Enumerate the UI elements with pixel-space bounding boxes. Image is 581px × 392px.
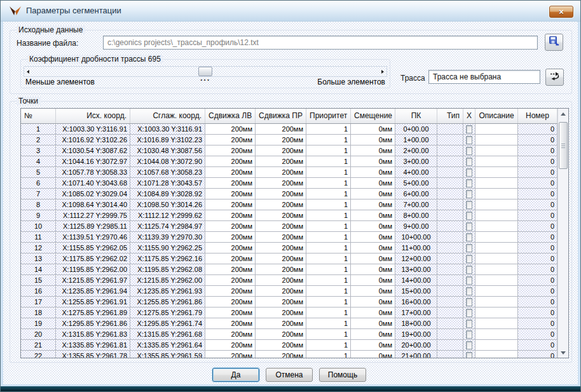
cell[interactable]: 200мм	[205, 286, 256, 296]
cell[interactable]: 0мм	[351, 221, 395, 231]
cell[interactable]: 1	[306, 124, 351, 134]
cell[interactable]: 1	[306, 340, 351, 350]
cell[interactable]: 200мм	[256, 308, 306, 318]
vertical-scrollbar[interactable]	[557, 109, 568, 358]
cell[interactable]	[463, 199, 475, 210]
cell[interactable]	[463, 124, 475, 134]
cell[interactable]	[475, 189, 518, 199]
filename-field[interactable]: c:\geonics projects\_трассы_профиль\12.t…	[103, 36, 538, 50]
cell[interactable]: 1	[306, 243, 351, 253]
x-checkbox[interactable]	[466, 266, 472, 274]
cell[interactable]: 1	[306, 178, 351, 188]
cell[interactable]: 200мм	[256, 232, 306, 242]
cell[interactable]: 200мм	[256, 145, 306, 156]
cell[interactable]: 200мм	[256, 297, 306, 307]
cell[interactable]: 0мм	[351, 156, 395, 166]
cell[interactable]: 200мм	[256, 135, 306, 145]
cell[interactable]	[463, 221, 475, 231]
cell[interactable]: 1	[306, 297, 351, 307]
cell[interactable]	[475, 135, 518, 145]
cell[interactable]: 1	[306, 199, 351, 210]
x-checkbox[interactable]	[466, 255, 472, 263]
slider-left-arrow-icon[interactable]	[24, 67, 32, 76]
cell[interactable]	[463, 232, 475, 242]
cell[interactable]	[475, 318, 518, 328]
cell[interactable]: 0мм	[351, 210, 395, 220]
cell[interactable]	[463, 286, 475, 296]
x-checkbox[interactable]	[466, 287, 472, 295]
cell[interactable]	[463, 351, 475, 358]
cell[interactable]: 200мм	[256, 156, 306, 166]
cell[interactable]: 0мм	[351, 286, 395, 296]
cell[interactable]: 0мм	[351, 243, 395, 253]
scroll-thumb[interactable]	[559, 122, 568, 169]
cell[interactable]: 200мм	[205, 329, 256, 339]
x-checkbox[interactable]	[466, 233, 472, 241]
cell[interactable]	[463, 189, 475, 199]
cell[interactable]	[475, 297, 518, 307]
cell[interactable]	[475, 286, 518, 296]
cell[interactable]	[463, 308, 475, 318]
cell[interactable]	[463, 145, 475, 156]
close-button[interactable]: ×	[549, 6, 573, 18]
cell[interactable]: 200мм	[205, 318, 256, 328]
cell[interactable]: 0мм	[351, 145, 395, 156]
cell[interactable]: 0мм	[351, 351, 395, 358]
cell[interactable]: 0мм	[351, 308, 395, 318]
cell[interactable]: 200мм	[256, 243, 306, 253]
x-checkbox[interactable]	[466, 330, 472, 339]
cell[interactable]: 200мм	[256, 329, 306, 339]
cell[interactable]: 0мм	[351, 329, 395, 339]
cell[interactable]: 1	[306, 329, 351, 339]
help-button[interactable]: Помощь	[319, 368, 366, 382]
x-checkbox[interactable]	[466, 125, 472, 133]
scroll-up-icon[interactable]	[558, 109, 568, 119]
x-checkbox[interactable]	[466, 168, 472, 177]
cell[interactable]: 200мм	[205, 199, 256, 210]
cell[interactable]: 200мм	[256, 351, 306, 358]
cell[interactable]: 200мм	[205, 145, 256, 156]
cell[interactable]	[475, 275, 518, 285]
x-checkbox[interactable]	[466, 309, 472, 317]
cell[interactable]	[475, 329, 518, 339]
cancel-button[interactable]: Отмена	[266, 368, 313, 382]
cell[interactable]: 1	[306, 275, 351, 285]
cell[interactable]: 0мм	[351, 253, 395, 264]
cell[interactable]	[475, 243, 518, 253]
cell[interactable]	[475, 145, 518, 156]
cell[interactable]: 0мм	[351, 135, 395, 145]
x-checkbox[interactable]	[466, 276, 472, 285]
cell[interactable]: 200мм	[205, 253, 256, 264]
cell[interactable]: 1	[306, 221, 351, 231]
cell[interactable]: 200мм	[205, 135, 256, 145]
cell[interactable]: 200мм	[256, 275, 306, 285]
x-checkbox[interactable]	[466, 158, 472, 166]
cell[interactable]	[475, 156, 518, 166]
cell[interactable]: 0мм	[351, 232, 395, 242]
cell[interactable]: 1	[306, 167, 351, 177]
cell[interactable]	[463, 253, 475, 264]
cell[interactable]: 200мм	[256, 340, 306, 350]
cell[interactable]	[463, 329, 475, 339]
cell[interactable]	[475, 308, 518, 318]
x-checkbox[interactable]	[466, 190, 472, 198]
cell[interactable]	[463, 156, 475, 166]
x-checkbox[interactable]	[466, 179, 472, 187]
cell[interactable]: 200мм	[205, 243, 256, 253]
cell[interactable]: 200мм	[256, 264, 306, 274]
cell[interactable]: 0мм	[351, 199, 395, 210]
x-checkbox[interactable]	[466, 147, 472, 155]
cell[interactable]: 200мм	[205, 232, 256, 242]
route-field[interactable]: Трасса не выбрана	[428, 70, 540, 84]
cell[interactable]: 0мм	[351, 264, 395, 274]
cell[interactable]: 200мм	[205, 308, 256, 318]
cell[interactable]	[475, 199, 518, 210]
cell[interactable]: 200мм	[256, 124, 306, 134]
x-checkbox[interactable]	[466, 352, 472, 359]
cell[interactable]: 200мм	[256, 253, 306, 264]
cell[interactable]	[463, 178, 475, 188]
cell[interactable]	[475, 210, 518, 220]
cell[interactable]	[475, 232, 518, 242]
cell[interactable]: 200мм	[256, 286, 306, 296]
cell[interactable]: 200мм	[205, 210, 256, 220]
